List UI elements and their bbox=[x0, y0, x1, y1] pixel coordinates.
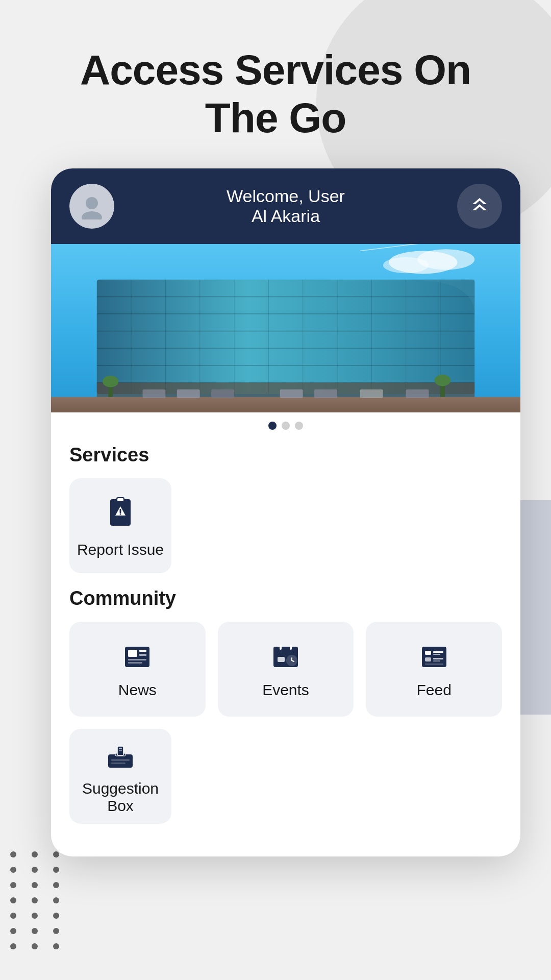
avatar bbox=[69, 184, 114, 229]
carousel-dot-2[interactable] bbox=[282, 422, 290, 430]
svg-point-28 bbox=[435, 375, 450, 386]
svg-point-26 bbox=[103, 376, 118, 387]
svg-rect-35 bbox=[406, 389, 429, 398]
greeting-label: Welcome, User bbox=[227, 186, 345, 206]
app-banner bbox=[51, 244, 520, 412]
carousel-dot-3[interactable] bbox=[295, 422, 303, 430]
svg-rect-49 bbox=[273, 647, 298, 654]
suggestion-box-label: Suggestion Box bbox=[69, 780, 171, 815]
svg-rect-39 bbox=[117, 498, 123, 501]
carousel-dot-1[interactable] bbox=[268, 422, 277, 430]
svg-rect-43 bbox=[128, 650, 137, 657]
company-label: Al Akaria bbox=[227, 206, 345, 226]
svg-rect-45 bbox=[139, 654, 146, 656]
app-header: Welcome, User Al Akaria bbox=[51, 168, 520, 244]
community-section-title: Community bbox=[69, 587, 502, 609]
community-bottom-row: Suggestion Box bbox=[69, 729, 502, 824]
svg-rect-57 bbox=[425, 651, 431, 655]
svg-rect-50 bbox=[278, 657, 285, 662]
news-icon bbox=[120, 640, 155, 674]
svg-rect-44 bbox=[139, 650, 146, 652]
svg-rect-55 bbox=[290, 645, 292, 650]
main-heading: Access Services On The Go bbox=[0, 46, 551, 142]
events-icon bbox=[268, 640, 303, 674]
logo-badge[interactable] bbox=[457, 184, 502, 229]
svg-rect-62 bbox=[433, 660, 440, 662]
svg-point-0 bbox=[86, 197, 98, 209]
svg-rect-33 bbox=[314, 389, 337, 398]
heading-line2: The Go bbox=[205, 94, 346, 141]
community-top-row: News bbox=[69, 622, 502, 717]
svg-rect-67 bbox=[119, 748, 122, 749]
svg-point-1 bbox=[82, 211, 102, 219]
app-content: Services Report Issue bbox=[51, 439, 520, 856]
news-label: News bbox=[118, 681, 157, 699]
events-label: Events bbox=[262, 681, 309, 699]
news-card[interactable]: News bbox=[69, 622, 206, 717]
heading-line1: Access Services On bbox=[80, 46, 471, 93]
feed-label: Feed bbox=[416, 681, 451, 699]
svg-rect-34 bbox=[360, 389, 383, 398]
suggestion-box-card[interactable]: Suggestion Box bbox=[69, 729, 171, 824]
report-issue-card[interactable]: Report Issue bbox=[69, 478, 171, 573]
svg-rect-30 bbox=[177, 389, 200, 398]
background-dots bbox=[10, 851, 65, 949]
svg-rect-31 bbox=[211, 389, 234, 398]
welcome-text: Welcome, User Al Akaria bbox=[227, 186, 345, 226]
services-row: Report Issue bbox=[69, 478, 502, 573]
svg-rect-64 bbox=[108, 754, 133, 768]
svg-rect-68 bbox=[119, 750, 122, 751]
svg-point-5 bbox=[383, 257, 429, 273]
svg-rect-24 bbox=[51, 397, 520, 412]
svg-rect-63 bbox=[425, 664, 443, 665]
events-card[interactable]: Events bbox=[218, 622, 354, 717]
svg-rect-54 bbox=[280, 645, 282, 650]
svg-rect-47 bbox=[128, 662, 142, 664]
feed-card[interactable]: Feed bbox=[366, 622, 502, 717]
svg-rect-60 bbox=[425, 657, 431, 662]
svg-rect-61 bbox=[433, 658, 443, 659]
svg-rect-69 bbox=[111, 760, 130, 761]
svg-rect-40 bbox=[120, 509, 121, 513]
report-issue-icon bbox=[100, 493, 141, 534]
report-issue-label: Report Issue bbox=[77, 541, 164, 558]
svg-rect-58 bbox=[433, 651, 443, 653]
svg-rect-46 bbox=[128, 659, 146, 660]
svg-rect-59 bbox=[433, 654, 440, 655]
phone-mockup: Welcome, User Al Akaria bbox=[51, 168, 520, 856]
community-section: Community News bbox=[69, 587, 502, 824]
svg-rect-70 bbox=[111, 763, 126, 764]
svg-rect-32 bbox=[280, 389, 303, 398]
feed-icon bbox=[417, 640, 452, 674]
carousel-dots bbox=[51, 412, 520, 439]
svg-point-41 bbox=[120, 513, 121, 515]
services-section-title: Services bbox=[69, 444, 502, 466]
svg-rect-29 bbox=[143, 389, 166, 398]
suggestion-box-icon bbox=[103, 738, 138, 773]
